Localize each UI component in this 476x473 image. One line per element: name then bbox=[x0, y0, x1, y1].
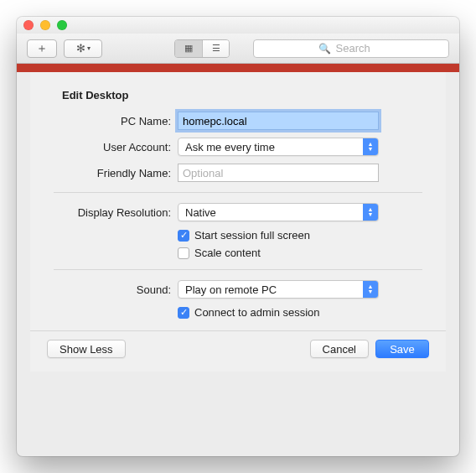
accent-bar bbox=[17, 64, 459, 72]
view-mode-segmented: ▦ ☰ bbox=[174, 39, 230, 58]
select-arrows-icon: ▲▼ bbox=[363, 281, 378, 298]
toolbar: ＋ ✻ ▾ ▦ ☰ 🔍 bbox=[17, 34, 459, 64]
chevron-down-icon: ▾ bbox=[87, 44, 91, 52]
user-account-select[interactable]: Ask me every time ▲▼ bbox=[178, 138, 379, 156]
full-screen-checkbox[interactable]: ✓ bbox=[178, 230, 189, 242]
cancel-button[interactable]: Cancel bbox=[310, 340, 369, 358]
search-input[interactable] bbox=[334, 41, 385, 55]
sound-label: Sound: bbox=[54, 283, 178, 296]
settings-menu-button[interactable]: ✻ ▾ bbox=[64, 39, 102, 58]
view-grid-button[interactable]: ▦ bbox=[175, 40, 202, 57]
admin-session-checkbox-label: Connect to admin session bbox=[194, 306, 320, 319]
list-icon: ☰ bbox=[212, 43, 220, 54]
display-resolution-select[interactable]: Native ▲▼ bbox=[178, 203, 379, 221]
admin-session-checkbox[interactable]: ✓ bbox=[178, 307, 189, 319]
button-bar: Show Less Cancel Save bbox=[30, 330, 446, 372]
user-account-label: User Account: bbox=[54, 141, 178, 153]
sound-value: Play on remote PC bbox=[185, 283, 277, 296]
select-arrows-icon: ▲▼ bbox=[363, 138, 378, 155]
edit-desktop-sheet: Edit Desktop PC Name: User Account: Ask … bbox=[30, 72, 446, 372]
grid-icon: ▦ bbox=[184, 43, 193, 54]
scale-content-checkbox[interactable] bbox=[178, 247, 189, 259]
pc-name-input[interactable] bbox=[178, 112, 379, 130]
user-account-value: Ask me every time bbox=[185, 141, 275, 153]
app-window: ＋ ✻ ▾ ▦ ☰ 🔍 Edit Desktop PC Name: bbox=[17, 17, 459, 456]
window-minimize-button[interactable] bbox=[40, 20, 50, 30]
save-button[interactable]: Save bbox=[375, 340, 429, 358]
friendly-name-input[interactable] bbox=[178, 164, 379, 182]
sheet-title: Edit Desktop bbox=[62, 89, 422, 101]
titlebar bbox=[17, 17, 459, 34]
friendly-name-label: Friendly Name: bbox=[54, 167, 178, 179]
gear-icon: ✻ bbox=[76, 42, 85, 55]
display-resolution-label: Display Resolution: bbox=[54, 206, 178, 219]
divider bbox=[54, 269, 422, 270]
plus-icon: ＋ bbox=[36, 41, 48, 56]
scale-content-checkbox-label: Scale content bbox=[194, 247, 261, 259]
search-icon: 🔍 bbox=[318, 43, 331, 55]
pc-name-label: PC Name: bbox=[54, 115, 178, 127]
add-button[interactable]: ＋ bbox=[27, 39, 57, 58]
window-zoom-button[interactable] bbox=[57, 20, 67, 30]
view-list-button[interactable]: ☰ bbox=[202, 40, 229, 57]
window-close-button[interactable] bbox=[23, 20, 34, 30]
show-less-button[interactable]: Show Less bbox=[47, 340, 126, 358]
divider bbox=[54, 192, 422, 193]
search-field[interactable]: 🔍 bbox=[253, 39, 449, 58]
display-resolution-value: Native bbox=[185, 206, 216, 219]
full-screen-checkbox-label: Start session full screen bbox=[194, 229, 310, 242]
sound-select[interactable]: Play on remote PC ▲▼ bbox=[178, 280, 379, 299]
select-arrows-icon: ▲▼ bbox=[363, 204, 378, 221]
